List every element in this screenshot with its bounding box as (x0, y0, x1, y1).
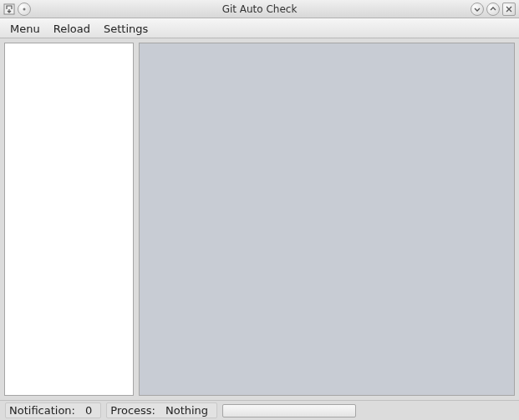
status-process: Process: Nothing (106, 402, 217, 418)
menu-menu[interactable]: Menu (3, 20, 47, 38)
progress-bar (222, 404, 356, 417)
statusbar: Notification: 0 Process: Nothing (0, 400, 519, 420)
app-icon (3, 3, 15, 15)
titlebar-right (471, 3, 516, 16)
svg-point-1 (23, 8, 26, 10)
process-label: Process: (110, 404, 155, 417)
notification-label: Notification: (9, 404, 75, 417)
process-value: Nothing (160, 404, 213, 417)
titlebar: Git Auto Check (0, 0, 519, 18)
app-window: Git Auto Check Menu Reload Settings Noti… (0, 0, 519, 420)
right-panel[interactable] (139, 43, 515, 396)
left-panel[interactable] (4, 43, 134, 396)
close-button[interactable] (502, 3, 516, 16)
menu-reload[interactable]: Reload (47, 20, 97, 38)
minimize-button[interactable] (471, 3, 484, 16)
content-area (0, 38, 519, 400)
titlebar-left (3, 3, 31, 16)
notification-value: 0 (80, 404, 97, 417)
maximize-button[interactable] (486, 3, 500, 16)
menu-settings[interactable]: Settings (97, 20, 155, 38)
titlebar-button-left[interactable] (18, 3, 31, 16)
window-title: Git Auto Check (222, 3, 298, 15)
status-notification: Notification: 0 (5, 402, 101, 418)
menubar: Menu Reload Settings (0, 18, 519, 38)
